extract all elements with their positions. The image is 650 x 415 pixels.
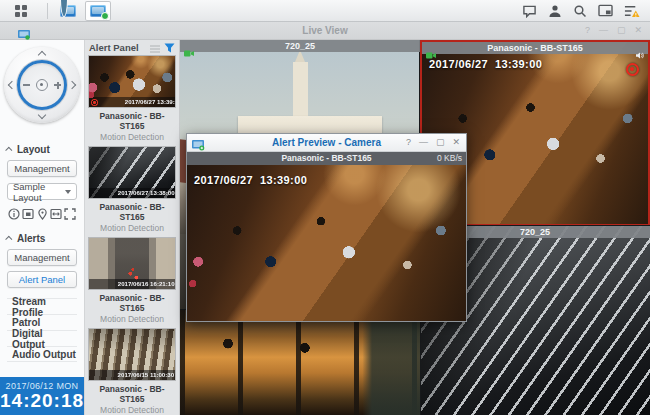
emap-pin-icon[interactable] [37,208,48,220]
alert-time: 2017/06/27 13:38:00 [118,190,175,197]
section-stream-profile[interactable]: Stream Profile [7,298,77,314]
recording-icon [626,63,639,76]
sidebar-sections: Layout Management Sample Layout Alerts M… [0,144,84,362]
monitor-plus-icon [90,5,106,17]
section-audio-output[interactable]: Audio Output [7,346,77,362]
taskbar [0,0,650,22]
alert-panel-title: Alert Panel [89,42,146,53]
taskbar-divider [47,3,48,19]
alert-panel-button[interactable]: Alert Panel [7,271,77,288]
close-button[interactable]: ✕ [634,25,642,35]
ptz-down-icon[interactable] [38,111,46,119]
alert-time: 2017/06/16 16:21:10 [118,281,175,288]
preview-video[interactable]: 2017/06/27 13:39:00 [187,165,466,321]
speaker-icon[interactable] [636,45,644,63]
system-clock: 2017/06/12 MON 14:20:18 [0,377,84,415]
chevron-down-icon [65,190,71,194]
section-stream-profile-label: Stream Profile [12,296,77,318]
alert-item[interactable]: 2017/06/16 16:21:10 Panasonic - BB-ST165… [88,237,176,324]
zoom-in-icon[interactable] [54,84,61,86]
alert-item[interactable]: 2017/06/15 11:00:30 Panasonic - BB-ST165… [88,328,176,415]
search-icon[interactable] [573,4,587,18]
help-button[interactable]: ? [406,137,411,147]
main-menu-button[interactable] [0,0,42,22]
tile-header: Panasonic - BB-ST165 [422,42,648,54]
ptz-right-icon[interactable] [68,81,76,89]
thumbnail-overlay: 2017/06/27 13:39:00 [89,97,175,107]
alert-camera: Panasonic - BB-ST165 [88,384,176,404]
main-menu-icon [15,5,27,17]
ptz-up-icon[interactable] [38,51,46,59]
camera-tile-restaurant[interactable] [180,310,420,415]
fullscreen-icon[interactable] [64,208,76,220]
taskbar-app-liveview[interactable] [85,1,111,21]
section-alerts[interactable]: Alerts [7,233,77,244]
section-layout[interactable]: Layout [7,144,77,155]
rotation-icon[interactable] [50,208,62,220]
alert-thumbnail[interactable]: 2017/06/16 16:21:10 [88,237,176,290]
alert-thumbnail[interactable]: 2017/06/15 11:00:30 [88,328,176,381]
alert-time: 2017/06/27 13:39:00 [125,99,176,106]
alert-thumbnail[interactable]: 2017/06/27 13:38:00 [88,146,176,199]
layout-preset-value: Sample Layout [13,181,65,203]
alert-thumbnail[interactable]: 2017/06/27 13:39:00 [88,55,176,108]
help-button[interactable]: ? [585,25,590,35]
section-patrol-label: Patrol [12,317,40,328]
alerts-management-button[interactable]: Management [7,249,77,266]
notifications-icon[interactable] [624,4,640,18]
chat-icon[interactable] [522,4,537,18]
info-icon[interactable] [8,208,20,220]
tile-title: Panasonic - BB-ST165 [422,43,648,53]
alert-item[interactable]: 2017/06/27 13:38:00 Panasonic - BB-ST165… [88,146,176,233]
minimize-button[interactable]: — [599,25,608,35]
alert-event: Motion Detection [88,223,176,233]
ptz-left-icon[interactable] [8,81,16,89]
thumbnail-overlay: 2017/06/27 13:38:00 [89,188,175,198]
chevron-up-icon [5,236,12,243]
user-icon[interactable] [548,4,562,18]
snapshot-icon[interactable] [22,208,34,220]
window-title: Live View [0,25,650,36]
close-button[interactable]: ✕ [452,137,460,147]
layout-preset-select[interactable]: Sample Layout [7,183,77,200]
tile-title: 720_25 [180,41,420,51]
layout-toolbar [7,208,77,220]
clock-time: 14:20:18 [0,391,84,411]
alert-camera: Panasonic - BB-ST165 [88,111,176,131]
alert-preview-window[interactable]: Alert Preview - Camera ? — ▢ ✕ Panasonic… [186,133,467,322]
taskbar-app-surveillance[interactable] [55,1,81,21]
minimize-button[interactable]: — [419,137,428,147]
alert-event: Motion Detection [88,314,176,324]
section-digital-output[interactable]: Digital Output [7,330,77,346]
alert-preview-titlebar[interactable]: Alert Preview - Camera ? — ▢ ✕ [187,134,466,152]
alert-item[interactable]: 2017/06/27 13:39:00 Panasonic - BB-ST165… [88,55,176,142]
video-timestamp: 2017/06/27 13:39:00 [429,58,542,70]
sidebar: Layout Management Sample Layout Alerts M… [0,40,85,415]
ptz-home-icon[interactable] [36,79,48,91]
taskbar-tray [522,4,640,18]
alert-camera: Panasonic - BB-ST165 [88,202,176,222]
ptz-control-pad[interactable] [4,47,80,123]
pilot-view-icon[interactable] [598,4,613,17]
alert-event: Motion Detection [88,405,176,415]
alert-list: 2017/06/27 13:39:00 Panasonic - BB-ST165… [85,55,179,415]
tile-header: 720_25 [180,40,420,52]
alert-time: 2017/06/15 11:00:30 [118,372,174,379]
section-alerts-label: Alerts [17,233,45,244]
surveillance-station-desktop: Live View ? — ▢ ✕ Layout Management [0,0,650,415]
alert-preview-controls: ? — ▢ ✕ [406,137,460,147]
liveview-window-titlebar[interactable]: Live View ? — ▢ ✕ [0,22,650,40]
alert-event: Motion Detection [88,132,176,142]
section-layout-label: Layout [17,144,50,155]
zoom-out-icon[interactable] [23,84,30,86]
layout-management-button[interactable]: Management [7,160,77,177]
thumbnail-overlay: 2017/06/15 11:00:30 [89,370,175,380]
alert-panel-header: Alert Panel [85,40,179,55]
alert-panel: Alert Panel 2017/06/27 13:39:00 Panasoni… [85,40,180,415]
maximize-button[interactable]: ▢ [436,137,445,147]
section-digital-output-label: Digital Output [12,328,77,350]
alert-camera: Panasonic - BB-ST165 [88,293,176,313]
maximize-button[interactable]: ▢ [617,25,626,35]
section-audio-output-label: Audio Output [12,349,76,360]
monitor-clock-icon [60,5,76,17]
